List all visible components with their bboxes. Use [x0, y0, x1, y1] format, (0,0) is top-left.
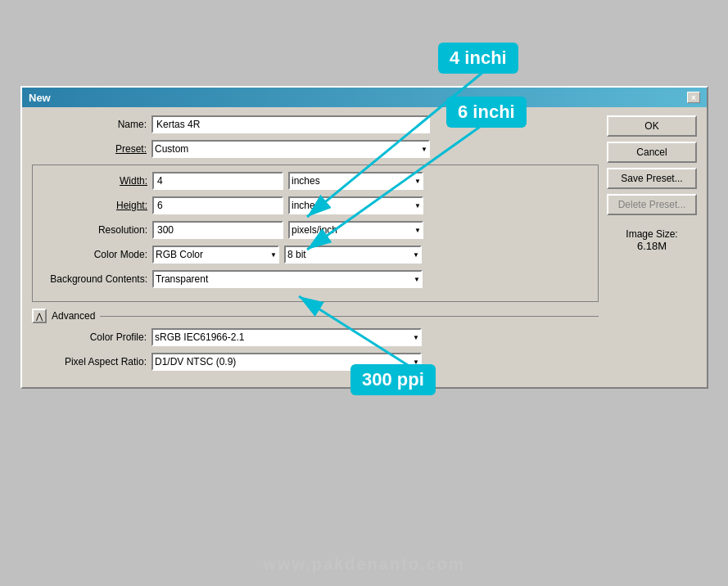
image-size-label: Image Size: [607, 228, 697, 240]
color-mode-select[interactable]: RGB Color [152, 246, 279, 264]
watermark: www.pakdenanto.com [0, 555, 728, 574]
name-input[interactable] [151, 115, 430, 133]
dialog-title: New [29, 92, 51, 104]
resolution-input[interactable] [152, 221, 283, 239]
preset-label: Preset: [32, 143, 147, 155]
annotation-4-inchi: 4 inchi [438, 43, 518, 74]
new-document-dialog: New × Name: Preset: Custom [20, 86, 708, 389]
height-input[interactable] [152, 196, 283, 214]
bit-depth-select[interactable]: 8 bit [284, 246, 422, 264]
width-input[interactable] [152, 172, 283, 190]
delete-preset-button[interactable]: Delete Preset... [607, 194, 697, 215]
bg-contents-row: Background Contents: Transparent [33, 270, 591, 288]
save-preset-button[interactable]: Save Preset... [607, 168, 697, 189]
height-label: Height: [33, 200, 147, 211]
advanced-header: ⋀ Advanced [32, 309, 599, 323]
name-label: Name: [32, 119, 147, 130]
name-row: Name: [32, 115, 599, 133]
cancel-button[interactable]: Cancel [607, 142, 697, 163]
preset-row: Preset: Custom [32, 140, 599, 158]
dialog-body: Name: Preset: Custom Widt [22, 107, 707, 387]
height-unit-select[interactable]: inches [288, 196, 423, 214]
bg-contents-label: Background Contents: [33, 273, 147, 285]
width-row: Width: inches [33, 172, 591, 190]
preset-select[interactable]: Custom [151, 140, 430, 158]
width-unit-select[interactable]: inches [288, 172, 423, 190]
bg-contents-select[interactable]: Transparent [152, 270, 423, 288]
image-size-value: 6.18M [607, 240, 697, 252]
pixel-aspect-row: Pixel Aspect Ratio: D1/DV NTSC (0.9) [32, 353, 599, 371]
button-section: OK Cancel Save Preset... Delete Preset..… [607, 115, 697, 377]
advanced-toggle-button[interactable]: ⋀ [32, 309, 47, 323]
pixel-aspect-select[interactable]: D1/DV NTSC (0.9) [151, 353, 422, 371]
color-mode-row: Color Mode: RGB Color 8 bit [33, 246, 591, 264]
color-mode-label: Color Mode: [33, 249, 147, 260]
dialog-close-button[interactable]: × [687, 92, 700, 103]
advanced-label: Advanced [52, 310, 95, 322]
width-label: Width: [33, 175, 147, 187]
height-row: Height: inches [33, 196, 591, 214]
resolution-unit-select[interactable]: pixels/inch [288, 221, 423, 239]
color-profile-select[interactable]: sRGB IEC61966-2.1 [151, 328, 422, 346]
pixel-aspect-label: Pixel Aspect Ratio: [32, 356, 147, 367]
advanced-divider [100, 316, 599, 317]
color-profile-row: Color Profile: sRGB IEC61966-2.1 [32, 328, 599, 346]
resolution-label: Resolution: [33, 224, 147, 236]
form-section: Name: Preset: Custom Widt [32, 115, 599, 377]
image-size-box: Image Size: 6.18M [607, 228, 697, 252]
color-profile-label: Color Profile: [32, 331, 147, 343]
dialog-titlebar: New × [22, 88, 707, 107]
resolution-row: Resolution: pixels/inch [33, 221, 591, 239]
ok-button[interactable]: OK [607, 115, 697, 137]
